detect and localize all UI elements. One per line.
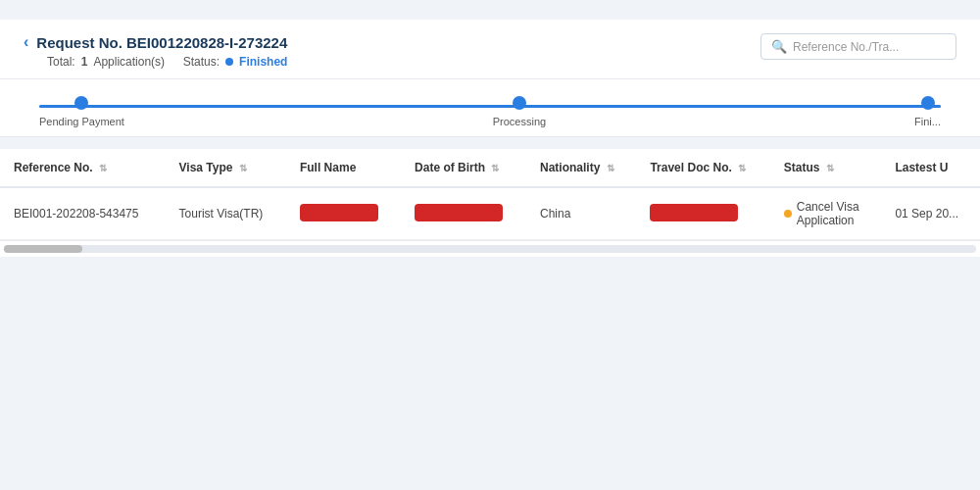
col-header-ref-no: Reference No. ⇅ [0, 149, 166, 187]
full-name-redacted [300, 204, 378, 221]
cell-travel-doc [636, 187, 769, 240]
status-text: Cancel Visa Application [797, 200, 859, 227]
header-section: ‹ Request No. BEI001220828-I-273224 Tota… [0, 20, 980, 79]
progress-step-processing: Processing [493, 96, 546, 127]
cell-dob [401, 187, 526, 240]
status-orange-dot [784, 210, 792, 218]
progress-track: Pending Payment Processing Fini... [39, 97, 941, 126]
search-box[interactable]: 🔍 Reference No./Tra... [760, 33, 956, 60]
progress-step-finished: Fini... [914, 96, 941, 127]
col-header-status: Status ⇅ [770, 149, 882, 187]
cell-status: Cancel Visa Application [770, 187, 882, 240]
request-title: ‹ Request No. BEI001220828-I-273224 [24, 33, 287, 51]
status-prefix: Status: [183, 55, 220, 69]
header-left: ‹ Request No. BEI001220828-I-273224 Tota… [24, 33, 287, 69]
step-dot-finished [921, 96, 935, 110]
step-label-pending: Pending Payment [39, 116, 124, 127]
col-header-visa-type: Visa Type ⇅ [166, 149, 286, 187]
step-dot-processing [513, 96, 526, 110]
sort-icon-travel-doc: ⇅ [738, 163, 746, 173]
sort-icon-visa-type: ⇅ [239, 163, 247, 173]
header-meta: Total: 1 Application(s) Status: Finished [47, 55, 287, 69]
scrollbar-thumb[interactable] [4, 245, 82, 253]
cell-visa-type: Tourist Visa(TR) [166, 187, 286, 240]
table-section: Reference No. ⇅ Visa Type ⇅ Full Name Da… [0, 149, 980, 257]
status-dot-icon [225, 58, 233, 66]
status-value: Finished [239, 55, 287, 69]
step-dot-pending [74, 96, 88, 110]
request-number: Request No. BEI001220828-I-273224 [36, 34, 287, 51]
cell-ref-no: BEI001-202208-543475 [0, 187, 166, 240]
scrollbar-track[interactable] [4, 245, 976, 253]
cell-lastest-u: 01 Sep 20... [881, 187, 980, 240]
sort-icon-ref-no: ⇅ [99, 163, 107, 173]
search-placeholder-text: Reference No./Tra... [793, 40, 899, 54]
col-header-full-name: Full Name [286, 149, 401, 187]
cell-nationality: China [526, 187, 636, 240]
applications-table: Reference No. ⇅ Visa Type ⇅ Full Name Da… [0, 149, 980, 240]
col-header-dob: Date of Birth ⇅ [401, 149, 526, 187]
applications-label: Application(s) [93, 55, 165, 69]
status-cancel-container: Cancel Visa Application [784, 200, 868, 227]
col-header-nationality: Nationality ⇅ [526, 149, 636, 187]
scrollbar-area [0, 240, 980, 257]
total-label: Total: [47, 55, 75, 69]
total-count: 1 [81, 55, 88, 69]
progress-steps: Pending Payment Processing Fini... [39, 96, 941, 127]
cell-full-name [286, 187, 401, 240]
step-label-processing: Processing [493, 116, 546, 127]
sort-icon-dob: ⇅ [491, 163, 499, 173]
search-icon: 🔍 [771, 39, 787, 54]
progress-section: Pending Payment Processing Fini... [0, 79, 980, 137]
sort-icon-nationality: ⇅ [607, 163, 614, 173]
step-label-finished: Fini... [914, 116, 941, 127]
page-wrapper: ‹ Request No. BEI001220828-I-273224 Tota… [0, 0, 980, 490]
sort-icon-status: ⇅ [826, 163, 834, 173]
dob-redacted [415, 204, 503, 221]
col-header-travel-doc: Travel Doc No. ⇅ [636, 149, 769, 187]
progress-step-pending: Pending Payment [39, 96, 124, 127]
back-arrow-icon[interactable]: ‹ [24, 33, 28, 51]
table-header-row: Reference No. ⇅ Visa Type ⇅ Full Name Da… [0, 149, 980, 187]
col-header-lastest-u: Lastest U [881, 149, 980, 187]
travel-doc-redacted [650, 204, 738, 221]
table-row: BEI001-202208-543475 Tourist Visa(TR) Ch… [0, 187, 980, 240]
